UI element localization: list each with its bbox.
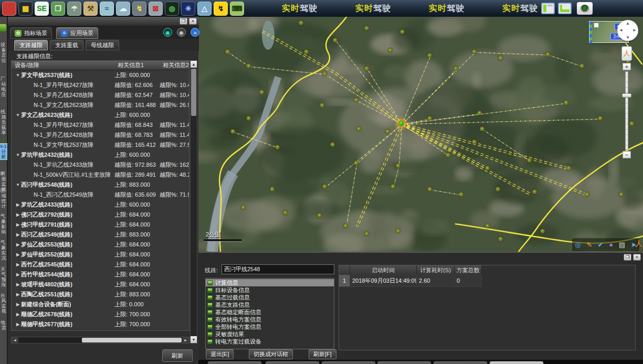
station-marker[interactable] xyxy=(333,38,338,42)
station-marker[interactable] xyxy=(585,192,589,197)
station-marker[interactable] xyxy=(480,126,484,131)
pan-right-icon[interactable]: ► xyxy=(633,28,637,33)
rain-icon[interactable]: ☂ xyxy=(67,2,81,16)
station-marker[interactable] xyxy=(579,63,584,68)
refresh-f-button[interactable]: 刷新[F] xyxy=(309,349,336,359)
station-marker[interactable] xyxy=(364,231,369,236)
station-marker[interactable] xyxy=(322,71,327,76)
table-row[interactable]: ▼罗文乙线2623(线路) 上限: 600.000 xyxy=(12,110,189,120)
subtab-bus-limit[interactable]: 母线越限 xyxy=(86,40,119,50)
panel-close-icon[interactable]: × xyxy=(189,18,197,25)
rail-app-icon[interactable] xyxy=(0,24,6,31)
station-marker[interactable] xyxy=(472,140,477,144)
table-row[interactable]: N-1_西汈乙线2549故障 越限值: 635.609 越限%: 71.9 xyxy=(12,190,189,200)
station-marker[interactable] xyxy=(246,63,251,68)
pegman-dragged-icon[interactable]: 人 xyxy=(635,239,642,249)
station-marker[interactable] xyxy=(317,213,322,218)
info-list-item[interactable]: 基态支路信息 xyxy=(206,301,334,308)
station-marker[interactable] xyxy=(540,229,545,233)
table-row[interactable]: ▶新建综合设备(断面) 上限: 0.000 xyxy=(12,299,189,309)
table-row[interactable]: ▼罗文甲线2537(线路) 上限: 600.000 xyxy=(12,70,189,80)
expander-icon[interactable]: ▼ xyxy=(15,113,21,117)
station-marker[interactable] xyxy=(459,192,463,197)
rail-item[interactable]: N-1分析 xyxy=(0,143,7,160)
state-estimation-icon[interactable]: SE xyxy=(35,2,49,16)
globe-icon[interactable]: ◍ xyxy=(165,2,179,16)
station-marker[interactable] xyxy=(275,145,280,149)
expander-icon[interactable]: ▶ xyxy=(15,202,21,207)
info-list-item[interactable]: 基态过载信息 xyxy=(206,294,334,301)
zoom-slider-track[interactable] xyxy=(625,71,628,150)
zoom-slider-handle[interactable] xyxy=(622,93,631,98)
table-row[interactable]: ▶西陶乙线2551(线路) 上限: 883.000 xyxy=(12,290,189,299)
select-tool-icon[interactable]: ✔ xyxy=(598,241,604,248)
expander-icon[interactable]: ▶ xyxy=(15,292,21,297)
bottom-tab[interactable] xyxy=(377,361,431,364)
network-icon[interactable]: ✳ xyxy=(181,2,195,16)
refresh-button[interactable]: 刷新 xyxy=(162,349,193,362)
station-marker[interactable] xyxy=(299,20,303,25)
station-marker[interactable] xyxy=(241,205,246,210)
station-marker[interactable] xyxy=(343,223,348,228)
table-row[interactable]: ▶坡瑶甲线4802(线路) 上限: 684.000 xyxy=(12,280,189,290)
table-row[interactable]: N-1_罗丹乙线2428故障 越限值: 62.547 越限%: 10.4 xyxy=(12,90,189,100)
station-marker[interactable] xyxy=(356,126,361,131)
pin-tool-icon[interactable]: ● xyxy=(609,241,613,248)
station-marker[interactable] xyxy=(283,210,288,215)
table-row[interactable]: ▶罗坑乙线2433(线路) 上限: 600.000 xyxy=(12,200,189,210)
expander-icon[interactable]: ▶ xyxy=(15,222,21,227)
station-marker[interactable] xyxy=(619,192,624,197)
station-marker[interactable] xyxy=(270,187,275,191)
bottom-tab[interactable] xyxy=(265,361,320,364)
scroll-left-icon[interactable]: ◄ xyxy=(12,337,18,343)
scada-icon[interactable]: ▦ xyxy=(18,2,33,16)
station-marker[interactable] xyxy=(330,142,335,147)
station-marker[interactable] xyxy=(230,129,235,134)
table-row[interactable]: ▼罗坑甲线2432(线路) 上限: 600.000 xyxy=(12,150,189,160)
station-marker[interactable] xyxy=(498,56,503,60)
tab-indicator-scene[interactable]: ✿ 指标场景 xyxy=(10,27,52,39)
table-row[interactable]: ▶佛汈甲线2791(线路) 上限: 684.000 xyxy=(12,220,189,230)
terrain-icon[interactable]: △ xyxy=(197,2,212,16)
bottom-tab[interactable] xyxy=(433,361,488,364)
station-marker[interactable] xyxy=(472,49,477,54)
table-row[interactable]: ▼西汈甲线2548(线路) 上限: 883.000 xyxy=(12,180,189,190)
station-marker[interactable] xyxy=(629,121,634,126)
station-marker[interactable] xyxy=(427,53,432,58)
station-marker[interactable] xyxy=(396,229,400,233)
rail-item[interactable]: 地震 xyxy=(0,320,7,330)
station-marker[interactable] xyxy=(496,187,500,191)
table-row[interactable]: N-1_罗文甲线2537故障 越限值: 165.412 越限%: 27.5 xyxy=(12,140,189,150)
station-marker[interactable] xyxy=(485,223,490,228)
label-tool-icon[interactable]: ▤ xyxy=(619,241,625,248)
switch-dialog-button[interactable]: 切换成对话框 xyxy=(249,349,293,359)
station-marker[interactable] xyxy=(532,189,537,194)
bottom-restore-icon[interactable]: ❐ xyxy=(624,254,631,261)
operator-icon[interactable]: ⌨ xyxy=(230,2,244,16)
table-row[interactable]: ▶顺德乙线2678(线路) 上限: 700.000 xyxy=(12,309,189,319)
info-list-item[interactable]: 灵敏度结果 xyxy=(206,330,334,338)
station-marker[interactable] xyxy=(259,90,264,94)
expander-icon[interactable]: ▼ xyxy=(15,153,21,157)
map-pan-control[interactable]: ▲ ▼ ◄ ► xyxy=(617,20,638,41)
station-marker[interactable] xyxy=(396,163,400,168)
expander-icon[interactable]: ▶ xyxy=(15,302,21,307)
table-row[interactable]: N-1_罗丹甲线2427故障 越限值: 68.843 越限%: 11.4 xyxy=(12,120,189,130)
table-row[interactable]: ▶西汈乙线2549(线路) 上限: 883.000 xyxy=(12,230,189,240)
station-marker[interactable] xyxy=(364,66,369,71)
stop-icon[interactable] xyxy=(2,2,16,16)
horizontal-scroll-thumb[interactable] xyxy=(82,338,182,342)
expander-icon[interactable]: ▶ xyxy=(15,232,21,237)
table-row[interactable]: N-1_罗丹甲线2427故障 越限值: 62.606 越限%: 10.4 xyxy=(12,80,189,90)
zoom-in-button[interactable]: + xyxy=(623,63,631,70)
table-row[interactable]: ▶佛汈乙线2792(线路) 上限: 684.000 xyxy=(12,210,189,220)
exit-button[interactable]: 退出[E] xyxy=(206,349,234,359)
scroll-up-icon[interactable]: ▲ xyxy=(191,61,197,68)
expander-icon[interactable]: ▶ xyxy=(15,262,21,267)
subtab-branch-limit[interactable]: 支路越限 xyxy=(14,40,48,50)
zoom-out-button[interactable]: − xyxy=(623,151,631,158)
rail-item[interactable]: 天气预报 xyxy=(0,266,7,287)
eye-view-icon[interactable] xyxy=(577,2,593,15)
pan-left-icon[interactable]: ◄ xyxy=(619,28,623,33)
flash-icon[interactable]: ↯ xyxy=(214,2,228,16)
